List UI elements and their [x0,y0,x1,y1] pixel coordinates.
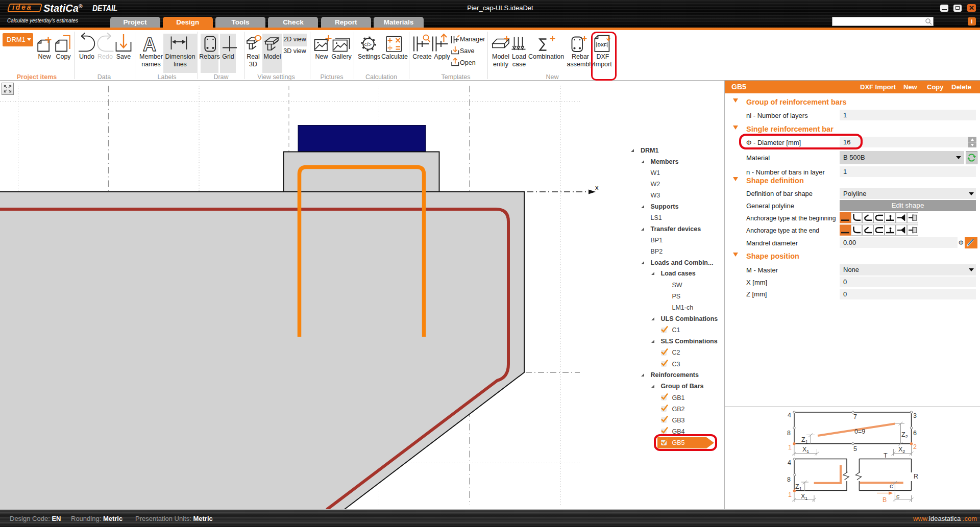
svg-text:X1: X1 [801,493,807,501]
svg-text:X2: X2 [898,446,905,454]
svg-text:1: 1 [788,491,792,498]
svg-text:1: 1 [788,444,792,451]
svg-text:5: 5 [853,445,857,453]
svg-text:B: B [883,496,887,504]
svg-text:3: 3 [913,412,917,419]
svg-text:4: 4 [788,412,791,419]
svg-text:x: x [595,184,599,191]
svg-text:2: 2 [913,443,917,450]
svg-text:Z1: Z1 [795,483,802,491]
svg-text:c: c [890,483,893,490]
svg-text:A: A [143,34,156,55]
svg-text:R: R [914,473,918,480]
svg-text:Z2: Z2 [901,431,908,439]
svg-text:</>: </> [363,41,372,47]
svg-text:8: 8 [787,430,791,437]
svg-text:4: 4 [788,459,791,466]
svg-text:7: 7 [853,413,857,420]
svg-text:Z1: Z1 [801,436,808,444]
svg-text:T: T [884,452,888,459]
svg-text:6: 6 [913,430,917,437]
svg-text:0=9: 0=9 [854,428,865,435]
svg-text:c: c [896,493,899,500]
svg-text:8: 8 [787,476,791,483]
svg-text:X1: X1 [802,446,809,454]
